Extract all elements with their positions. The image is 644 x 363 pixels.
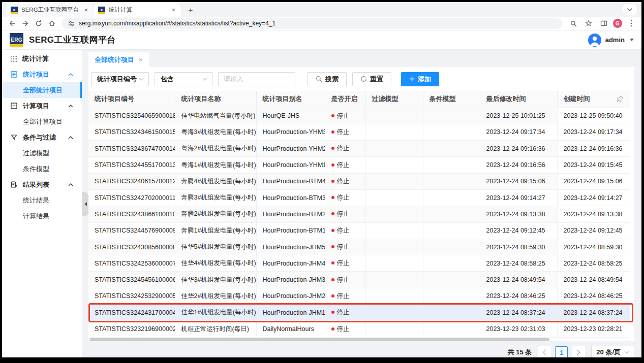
sidebar-item-计算结果[interactable]: 计算结果: [2, 208, 82, 224]
sidebar-item-统计结果[interactable]: 统计结果: [2, 192, 82, 208]
cell-col0: STATISTICS3254065900018: [88, 108, 175, 124]
url-text: serg.mixyun.com/mixapplication/#/statist…: [79, 20, 275, 27]
sidebar-item-过滤模型[interactable]: 过滤模型: [2, 145, 82, 161]
sidebar-group-条件与过滤[interactable]: 条件与过滤: [2, 129, 82, 145]
cell-col0: STATISTICS3242702000011: [88, 189, 175, 206]
status-dot-icon: [331, 229, 334, 232]
table-row[interactable]: STATISTICS3242702000011奔腾3#机组发电量(每小时)Hou…: [88, 189, 630, 206]
user-name[interactable]: admin: [605, 36, 625, 44]
cell-col4: [365, 173, 423, 189]
cell-col5: [423, 157, 480, 173]
cell-col6: 2023-12-24 09:16:56: [480, 157, 557, 173]
chevron-right-icon: [576, 349, 580, 355]
cell-col4: [365, 141, 423, 157]
column-header-条件模型: 条件模型: [423, 91, 480, 108]
cell-status: 停止: [325, 288, 365, 304]
horizontal-scrollbar[interactable]: [88, 338, 630, 341]
table-row[interactable]: STATISTICS3245456100006佳华3#机组发电量(每小时)Hou…: [88, 272, 630, 288]
cell-col7: 2023-12-24 09:15:45: [557, 157, 630, 173]
browser-tab-platform[interactable]: E SERG工业互联网平台 ×: [6, 3, 94, 17]
cell-col5: [423, 272, 480, 288]
browser-tab-statistics[interactable]: E 统计计算 ×: [94, 3, 181, 17]
pushpin-icon[interactable]: [617, 95, 624, 103]
sidebar-group-计算项目[interactable]: 计算项目: [2, 98, 82, 114]
browser-profile-avatar[interactable]: G: [613, 19, 622, 28]
sidebar-collapse-handle[interactable]: [82, 192, 88, 216]
main-content: 全部统计项目 × 统计项目编号 包含: [82, 50, 641, 357]
sidebar-group-统计项目[interactable]: 统计项目: [2, 67, 82, 82]
browser-menu-icon[interactable]: [625, 18, 637, 29]
table-row[interactable]: STATISTICS3232196900002机组正常运行时间(每日)Daily…: [88, 321, 630, 337]
page-tab-all-statistics[interactable]: 全部统计项目 ×: [88, 52, 149, 67]
cell-col0: STATISTICS3243674700014: [88, 141, 175, 157]
table-row[interactable]: STATISTICS3243674700014粤海2#机组发电量(每小时)Hou…: [88, 141, 630, 157]
sidebar-group-label: 结果列表: [23, 180, 49, 189]
tab-search-chevron-icon[interactable]: [622, 4, 637, 15]
status-dot-icon: [331, 196, 334, 199]
filter-bar: 统计项目编号 包含: [88, 67, 634, 91]
table-row[interactable]: STATISTICS3240615700012奔腾4#机组发电量(每小时)Hou…: [88, 173, 630, 189]
cell-col7: 2023-12-24 08:37:24: [557, 305, 630, 321]
calculation-icon: [11, 103, 17, 109]
back-icon[interactable]: [6, 18, 18, 29]
tab-close-icon[interactable]: ×: [82, 6, 89, 14]
table-row[interactable]: STATISTICS3244576900009奔腾1#机组发电量(每小时)Hou…: [88, 222, 630, 239]
cell-status: 停止: [325, 255, 365, 272]
sidebar-group-结果列表[interactable]: 结果列表: [2, 177, 82, 192]
reset-button[interactable]: 重置: [352, 72, 391, 86]
horizontal-scrollbar-thumb[interactable]: [89, 338, 549, 341]
browser-window: E SERG工业互联网平台 × E 统计计算 × +: [2, 2, 641, 357]
sidebar-item-全部计算项目[interactable]: 全部计算项目: [2, 114, 82, 129]
page-number-button[interactable]: 1: [555, 346, 568, 358]
page-size-select[interactable]: 20 条/页: [591, 346, 634, 357]
status-label: 停止: [337, 309, 350, 316]
site-settings-icon[interactable]: [68, 20, 75, 27]
user-menu[interactable]: admin: [588, 34, 634, 47]
table-row[interactable]: STATISTICS3254065900018佳华电站燃气当量(每小时)Hour…: [88, 108, 630, 124]
app-header: ERG SERG工业互联网平台 admin: [2, 30, 641, 50]
cell-col1: 粤海3#机组发电量(每小时): [175, 124, 256, 140]
cell-col1: 佳华2#机组发电量(每小时): [175, 288, 256, 304]
cell-col0: STATISTICS3242532900005: [88, 288, 175, 304]
browser-tab-title: 统计计算: [109, 6, 166, 14]
table-row[interactable]: STATISTICS3243085600008佳华5#机组发电量(每小时)Hou…: [88, 239, 630, 255]
cell-col5: [423, 255, 480, 272]
forward-icon[interactable]: [19, 18, 32, 29]
search-button[interactable]: 搜索: [308, 72, 347, 86]
zoom-icon[interactable]: [567, 18, 579, 29]
content-card: 统计项目编号 包含: [88, 67, 634, 341]
next-page-button[interactable]: [572, 346, 585, 357]
table-row[interactable]: STATISTICS3244551700013粤海1#机组发电量(每小时)Hou…: [88, 157, 630, 173]
filter-operator-select[interactable]: 包含: [155, 72, 212, 86]
side-panel-icon[interactable]: [598, 18, 610, 29]
cell-col6: 2023-12-24 08:46:25: [480, 288, 557, 304]
tab-close-icon[interactable]: ×: [170, 6, 177, 14]
bookmark-star-icon[interactable]: [582, 18, 595, 29]
add-button[interactable]: 添加: [401, 72, 439, 86]
sidebar-item-全部统计项目[interactable]: 全部统计项目: [2, 82, 82, 98]
sidebar-module-title: 统计计算: [2, 51, 82, 67]
reload-icon[interactable]: [33, 18, 45, 29]
prev-page-button[interactable]: [538, 346, 551, 357]
chevron-up-icon: [68, 136, 73, 139]
table-row[interactable]: STATISTICS3243461500015粤海3#机组发电量(每小时)Hou…: [88, 124, 630, 140]
table-row[interactable]: STATISTICS3242431700004佳华1#机组发电量(每小时)Hou…: [88, 305, 630, 321]
table-row[interactable]: STATISTICS3242532900005佳华2#机组发电量(每小时)Hou…: [88, 288, 630, 304]
sidebar-item-条件模型[interactable]: 条件模型: [2, 161, 82, 177]
filter-field-select[interactable]: 统计项目编号: [91, 72, 149, 86]
page-size-value: 20 条/页: [596, 348, 621, 357]
status-label: 停止: [337, 227, 350, 234]
cell-col7: 2023-12-24 09:14:27: [557, 189, 630, 206]
user-avatar-icon[interactable]: [588, 34, 601, 47]
filter-field-value: 统计项目编号: [97, 75, 137, 84]
address-bar[interactable]: serg.mixyun.com/mixapplication/#/statist…: [62, 18, 562, 29]
cell-col5: [423, 222, 480, 239]
cell-col6: 2023-12-24 09:15:06: [480, 173, 557, 189]
new-tab-button[interactable]: +: [184, 3, 197, 16]
browser-toolbar: serg.mixyun.com/mixapplication/#/statist…: [2, 17, 641, 30]
page-tab-close-icon[interactable]: ×: [139, 56, 143, 63]
table-row[interactable]: STATISTICS3243866100010奔腾2#机组发电量(每小时)Hou…: [88, 206, 630, 222]
filter-value-input[interactable]: [218, 72, 295, 86]
home-icon[interactable]: [46, 18, 58, 29]
table-row[interactable]: STATISTICS3242536000007佳华4#机组发电量(每小时)Hou…: [88, 255, 630, 272]
